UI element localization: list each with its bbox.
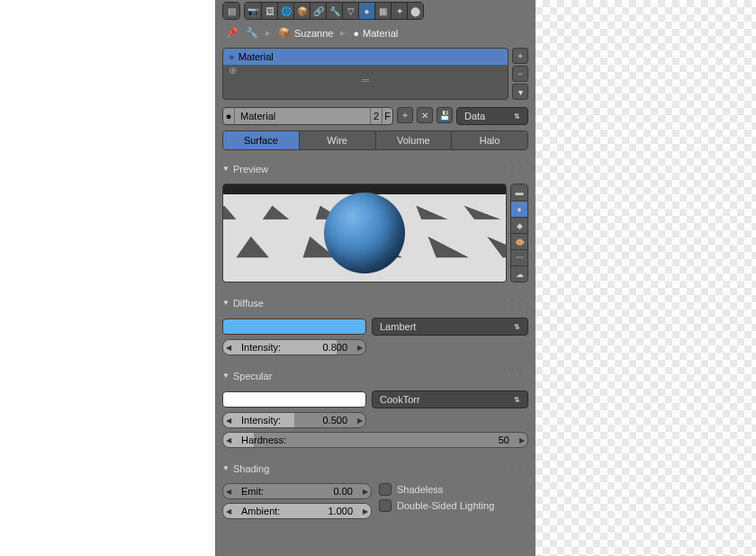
material-slot-item[interactable]: ● Material	[223, 49, 508, 65]
material-preview	[222, 184, 507, 282]
breadcrumb: 📌 🔧 ▸ 📦 Suzanne ▸ ● Material	[215, 22, 536, 44]
slider-left-arrow-icon: ◀	[223, 344, 234, 352]
shading-panel-header[interactable]: ▼ Shading ⋮⋮⋮	[215, 459, 536, 478]
context-scene-icon[interactable]: 🖼	[261, 3, 277, 19]
preview-type-hair[interactable]: 〰	[511, 249, 527, 265]
ambient-value: 1.000	[328, 506, 360, 516]
material-name-field: ● 2 F	[222, 107, 393, 125]
context-physics-icon[interactable]: ⬤	[407, 3, 423, 19]
browse-material-icon[interactable]: ●	[223, 108, 235, 124]
specular-intensity-label: Intensity:	[234, 415, 281, 426]
context-constraints-icon[interactable]: 🔗	[310, 3, 326, 19]
material-properties-panel: ▤ 📷 🖼 🌐 📦 🔗 🔧 ▽ ● ▦ ✦ ⬤ 📌 🔧 ▸ 📦 Suzanne …	[215, 0, 536, 556]
material-slot-menu-button[interactable]: ▾	[512, 84, 528, 100]
copy-material-button[interactable]: 💾	[436, 107, 453, 123]
preview-type-flat[interactable]: ▬	[511, 184, 527, 201]
diffuse-intensity-label: Intensity:	[234, 342, 281, 353]
specular-hardness-slider[interactable]: ◀ Hardness: 50 ▶	[222, 432, 528, 448]
material-sphere-icon: ●	[353, 28, 359, 39]
specular-panel-header[interactable]: ▼ Specular ⋮⋮⋮	[215, 366, 536, 385]
transparent-background	[536, 0, 756, 556]
diffuse-color-swatch[interactable]	[222, 318, 366, 335]
shading-panel-title: Shading	[233, 463, 269, 474]
preview-type-monkey[interactable]: 🐵	[511, 233, 527, 249]
specular-shader-dropdown[interactable]: CookTorr ⇅	[372, 390, 528, 408]
slider-right-arrow-icon: ▶	[355, 417, 365, 425]
preview-panel-header[interactable]: ▼ Preview ⋮⋮⋮	[215, 159, 536, 178]
context-data-icon[interactable]: ▽	[342, 3, 358, 19]
context-texture-icon[interactable]: ▦	[374, 3, 391, 19]
breadcrumb-scene[interactable]: 🔧	[246, 27, 258, 39]
unlink-material-button[interactable]: ✕	[417, 107, 433, 123]
diffuse-shader-label: Lambert	[380, 321, 416, 332]
slider-left-arrow-icon: ◀	[223, 417, 234, 425]
preview-sphere	[324, 193, 405, 274]
emit-value: 0.00	[334, 486, 360, 497]
breadcrumb-separator: ▸	[266, 27, 271, 39]
context-modifiers-icon[interactable]: 🔧	[326, 3, 342, 19]
double-sided-label: Double-Sided Lighting	[397, 500, 494, 511]
diffuse-intensity-value: 0.800	[322, 342, 355, 353]
context-render-icon[interactable]: 📷	[245, 3, 261, 19]
emit-slider[interactable]: ◀ Emit: 0.00 ▶	[222, 483, 372, 499]
preview-type-sphere[interactable]: ●	[511, 201, 527, 217]
tab-wire[interactable]: Wire	[299, 131, 375, 149]
specular-intensity-value: 0.500	[322, 415, 355, 426]
shadeless-checkbox[interactable]	[379, 483, 392, 496]
fake-user-toggle[interactable]: F	[382, 108, 392, 124]
panel-grip-icon: ⋮⋮⋮	[504, 462, 528, 474]
double-sided-checkbox[interactable]	[379, 499, 392, 512]
add-material-slot-button[interactable]: ＋	[512, 48, 528, 64]
link-dropdown[interactable]: Data ⇅	[456, 107, 528, 125]
context-object-icon[interactable]: 📦	[293, 3, 310, 19]
specular-color-swatch[interactable]	[222, 391, 366, 408]
diffuse-panel-header[interactable]: ▼ Diffuse ⋮⋮⋮	[215, 293, 536, 312]
diffuse-panel-title: Diffuse	[233, 298, 264, 309]
mesh-icon: 📦	[278, 27, 291, 39]
list-resize-grip[interactable]: ═	[223, 76, 508, 84]
editor-type-icon[interactable]: ▤	[223, 3, 239, 19]
tab-surface[interactable]: Surface	[223, 131, 299, 149]
diffuse-shader-dropdown[interactable]: Lambert ⇅	[372, 318, 528, 336]
slider-left-arrow-icon: ◀	[223, 507, 234, 516]
material-mode-tabs: Surface Wire Volume Halo	[222, 130, 528, 150]
material-slot-list: ● Material ⊕ ═ ＋ － ▾	[222, 48, 528, 100]
material-name-input[interactable]	[235, 108, 370, 124]
context-material-icon[interactable]: ●	[358, 3, 374, 19]
specular-shader-label: CookTorr	[380, 394, 420, 405]
breadcrumb-object[interactable]: 📦 Suzanne	[278, 27, 333, 39]
dropdown-arrows-icon: ⇅	[514, 396, 520, 404]
material-sphere-icon: ●	[229, 51, 235, 62]
tab-volume[interactable]: Volume	[375, 131, 452, 149]
material-users-count[interactable]: 2	[370, 108, 382, 124]
specular-intensity-slider[interactable]: ◀ Intensity: 0.500 ▶	[222, 412, 366, 428]
tab-halo[interactable]: Halo	[451, 131, 527, 149]
breadcrumb-object-label: Suzanne	[294, 28, 333, 39]
dropdown-arrows-icon: ⇅	[514, 112, 520, 121]
preview-type-buttons: ▬ ● ◆ 🐵 〰 ☁	[510, 184, 528, 282]
disclosure-triangle-icon: ▼	[222, 372, 230, 380]
pin-icon[interactable]: 📌	[226, 27, 238, 39]
breadcrumb-material[interactable]: ● Material	[353, 28, 398, 39]
disclosure-triangle-icon: ▼	[222, 299, 230, 307]
link-dropdown-label: Data	[464, 111, 485, 121]
diffuse-intensity-slider[interactable]: ◀ Intensity: 0.800 ▶	[222, 339, 366, 355]
preview-type-sky[interactable]: ☁	[511, 265, 527, 282]
slider-right-arrow-icon: ▶	[360, 488, 371, 496]
panel-grip-icon: ⋮⋮⋮	[504, 297, 528, 309]
context-world-icon[interactable]: 🌐	[277, 3, 293, 19]
material-slot-name: Material	[238, 51, 274, 62]
remove-material-slot-button[interactable]: －	[512, 66, 528, 82]
context-particles-icon[interactable]: ✦	[391, 3, 407, 19]
panel-grip-icon: ⋮⋮⋮	[504, 163, 528, 175]
ambient-label: Ambient:	[234, 506, 280, 516]
slider-right-arrow-icon: ▶	[360, 507, 371, 516]
slider-left-arrow-icon: ◀	[223, 436, 234, 444]
ambient-slider[interactable]: ◀ Ambient: 1.000 ▶	[222, 503, 372, 519]
new-material-button[interactable]: ＋	[397, 107, 413, 123]
preview-panel-title: Preview	[233, 164, 268, 175]
dropdown-arrows-icon: ⇅	[514, 323, 520, 331]
specular-panel-title: Specular	[233, 371, 272, 381]
preview-type-cube[interactable]: ◆	[511, 217, 527, 233]
disclosure-triangle-icon: ▼	[222, 464, 230, 472]
